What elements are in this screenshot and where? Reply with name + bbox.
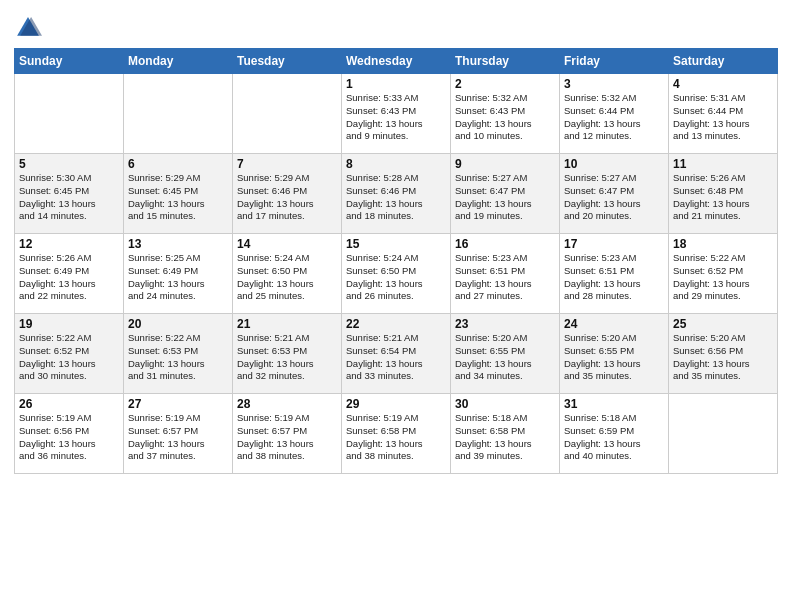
day-number: 10: [564, 157, 664, 171]
day-cell: 5Sunrise: 5:30 AM Sunset: 6:45 PM Daylig…: [15, 154, 124, 234]
header: [14, 10, 778, 42]
week-row-5: 26Sunrise: 5:19 AM Sunset: 6:56 PM Dayli…: [15, 394, 778, 474]
day-info: Sunrise: 5:22 AM Sunset: 6:52 PM Dayligh…: [19, 332, 119, 383]
day-cell: 7Sunrise: 5:29 AM Sunset: 6:46 PM Daylig…: [233, 154, 342, 234]
day-number: 8: [346, 157, 446, 171]
day-info: Sunrise: 5:28 AM Sunset: 6:46 PM Dayligh…: [346, 172, 446, 223]
calendar-table: SundayMondayTuesdayWednesdayThursdayFrid…: [14, 48, 778, 474]
day-number: 25: [673, 317, 773, 331]
day-number: 19: [19, 317, 119, 331]
weekday-wednesday: Wednesday: [342, 49, 451, 74]
day-number: 31: [564, 397, 664, 411]
day-cell: 23Sunrise: 5:20 AM Sunset: 6:55 PM Dayli…: [451, 314, 560, 394]
day-number: 9: [455, 157, 555, 171]
day-info: Sunrise: 5:24 AM Sunset: 6:50 PM Dayligh…: [346, 252, 446, 303]
day-info: Sunrise: 5:20 AM Sunset: 6:55 PM Dayligh…: [564, 332, 664, 383]
day-info: Sunrise: 5:21 AM Sunset: 6:54 PM Dayligh…: [346, 332, 446, 383]
day-cell: 14Sunrise: 5:24 AM Sunset: 6:50 PM Dayli…: [233, 234, 342, 314]
day-cell: 29Sunrise: 5:19 AM Sunset: 6:58 PM Dayli…: [342, 394, 451, 474]
day-info: Sunrise: 5:26 AM Sunset: 6:48 PM Dayligh…: [673, 172, 773, 223]
day-number: 21: [237, 317, 337, 331]
day-cell: 27Sunrise: 5:19 AM Sunset: 6:57 PM Dayli…: [124, 394, 233, 474]
day-info: Sunrise: 5:27 AM Sunset: 6:47 PM Dayligh…: [455, 172, 555, 223]
day-info: Sunrise: 5:19 AM Sunset: 6:57 PM Dayligh…: [128, 412, 228, 463]
day-info: Sunrise: 5:23 AM Sunset: 6:51 PM Dayligh…: [455, 252, 555, 303]
day-cell: 18Sunrise: 5:22 AM Sunset: 6:52 PM Dayli…: [669, 234, 778, 314]
day-cell: 30Sunrise: 5:18 AM Sunset: 6:58 PM Dayli…: [451, 394, 560, 474]
day-number: 24: [564, 317, 664, 331]
day-cell: [669, 394, 778, 474]
week-row-2: 5Sunrise: 5:30 AM Sunset: 6:45 PM Daylig…: [15, 154, 778, 234]
day-number: 26: [19, 397, 119, 411]
day-cell: 15Sunrise: 5:24 AM Sunset: 6:50 PM Dayli…: [342, 234, 451, 314]
day-cell: [233, 74, 342, 154]
day-number: 7: [237, 157, 337, 171]
day-info: Sunrise: 5:29 AM Sunset: 6:46 PM Dayligh…: [237, 172, 337, 223]
day-cell: 8Sunrise: 5:28 AM Sunset: 6:46 PM Daylig…: [342, 154, 451, 234]
day-cell: 20Sunrise: 5:22 AM Sunset: 6:53 PM Dayli…: [124, 314, 233, 394]
day-info: Sunrise: 5:20 AM Sunset: 6:55 PM Dayligh…: [455, 332, 555, 383]
weekday-header-row: SundayMondayTuesdayWednesdayThursdayFrid…: [15, 49, 778, 74]
day-info: Sunrise: 5:30 AM Sunset: 6:45 PM Dayligh…: [19, 172, 119, 223]
day-cell: 24Sunrise: 5:20 AM Sunset: 6:55 PM Dayli…: [560, 314, 669, 394]
day-cell: 9Sunrise: 5:27 AM Sunset: 6:47 PM Daylig…: [451, 154, 560, 234]
calendar-container: SundayMondayTuesdayWednesdayThursdayFrid…: [0, 0, 792, 482]
day-cell: 6Sunrise: 5:29 AM Sunset: 6:45 PM Daylig…: [124, 154, 233, 234]
day-number: 3: [564, 77, 664, 91]
day-info: Sunrise: 5:25 AM Sunset: 6:49 PM Dayligh…: [128, 252, 228, 303]
day-cell: 31Sunrise: 5:18 AM Sunset: 6:59 PM Dayli…: [560, 394, 669, 474]
day-info: Sunrise: 5:29 AM Sunset: 6:45 PM Dayligh…: [128, 172, 228, 223]
logo-icon: [14, 14, 42, 42]
day-info: Sunrise: 5:27 AM Sunset: 6:47 PM Dayligh…: [564, 172, 664, 223]
day-number: 23: [455, 317, 555, 331]
day-info: Sunrise: 5:21 AM Sunset: 6:53 PM Dayligh…: [237, 332, 337, 383]
day-info: Sunrise: 5:32 AM Sunset: 6:43 PM Dayligh…: [455, 92, 555, 143]
day-info: Sunrise: 5:22 AM Sunset: 6:52 PM Dayligh…: [673, 252, 773, 303]
day-number: 12: [19, 237, 119, 251]
day-info: Sunrise: 5:33 AM Sunset: 6:43 PM Dayligh…: [346, 92, 446, 143]
day-cell: 3Sunrise: 5:32 AM Sunset: 6:44 PM Daylig…: [560, 74, 669, 154]
day-info: Sunrise: 5:26 AM Sunset: 6:49 PM Dayligh…: [19, 252, 119, 303]
day-number: 6: [128, 157, 228, 171]
day-cell: [15, 74, 124, 154]
day-cell: 17Sunrise: 5:23 AM Sunset: 6:51 PM Dayli…: [560, 234, 669, 314]
day-cell: 2Sunrise: 5:32 AM Sunset: 6:43 PM Daylig…: [451, 74, 560, 154]
day-info: Sunrise: 5:32 AM Sunset: 6:44 PM Dayligh…: [564, 92, 664, 143]
day-info: Sunrise: 5:18 AM Sunset: 6:59 PM Dayligh…: [564, 412, 664, 463]
day-cell: 12Sunrise: 5:26 AM Sunset: 6:49 PM Dayli…: [15, 234, 124, 314]
day-cell: 21Sunrise: 5:21 AM Sunset: 6:53 PM Dayli…: [233, 314, 342, 394]
day-number: 14: [237, 237, 337, 251]
weekday-saturday: Saturday: [669, 49, 778, 74]
day-number: 29: [346, 397, 446, 411]
weekday-monday: Monday: [124, 49, 233, 74]
day-number: 1: [346, 77, 446, 91]
day-cell: 1Sunrise: 5:33 AM Sunset: 6:43 PM Daylig…: [342, 74, 451, 154]
day-number: 2: [455, 77, 555, 91]
weekday-sunday: Sunday: [15, 49, 124, 74]
day-info: Sunrise: 5:20 AM Sunset: 6:56 PM Dayligh…: [673, 332, 773, 383]
weekday-friday: Friday: [560, 49, 669, 74]
day-number: 5: [19, 157, 119, 171]
day-cell: 10Sunrise: 5:27 AM Sunset: 6:47 PM Dayli…: [560, 154, 669, 234]
day-info: Sunrise: 5:24 AM Sunset: 6:50 PM Dayligh…: [237, 252, 337, 303]
day-cell: 16Sunrise: 5:23 AM Sunset: 6:51 PM Dayli…: [451, 234, 560, 314]
weekday-tuesday: Tuesday: [233, 49, 342, 74]
day-info: Sunrise: 5:18 AM Sunset: 6:58 PM Dayligh…: [455, 412, 555, 463]
day-number: 15: [346, 237, 446, 251]
day-number: 18: [673, 237, 773, 251]
day-cell: 13Sunrise: 5:25 AM Sunset: 6:49 PM Dayli…: [124, 234, 233, 314]
day-number: 22: [346, 317, 446, 331]
day-info: Sunrise: 5:22 AM Sunset: 6:53 PM Dayligh…: [128, 332, 228, 383]
day-number: 27: [128, 397, 228, 411]
day-number: 20: [128, 317, 228, 331]
day-cell: 19Sunrise: 5:22 AM Sunset: 6:52 PM Dayli…: [15, 314, 124, 394]
week-row-1: 1Sunrise: 5:33 AM Sunset: 6:43 PM Daylig…: [15, 74, 778, 154]
day-info: Sunrise: 5:31 AM Sunset: 6:44 PM Dayligh…: [673, 92, 773, 143]
day-info: Sunrise: 5:19 AM Sunset: 6:58 PM Dayligh…: [346, 412, 446, 463]
day-number: 17: [564, 237, 664, 251]
weekday-thursday: Thursday: [451, 49, 560, 74]
day-cell: 11Sunrise: 5:26 AM Sunset: 6:48 PM Dayli…: [669, 154, 778, 234]
day-cell: 22Sunrise: 5:21 AM Sunset: 6:54 PM Dayli…: [342, 314, 451, 394]
day-number: 11: [673, 157, 773, 171]
week-row-4: 19Sunrise: 5:22 AM Sunset: 6:52 PM Dayli…: [15, 314, 778, 394]
